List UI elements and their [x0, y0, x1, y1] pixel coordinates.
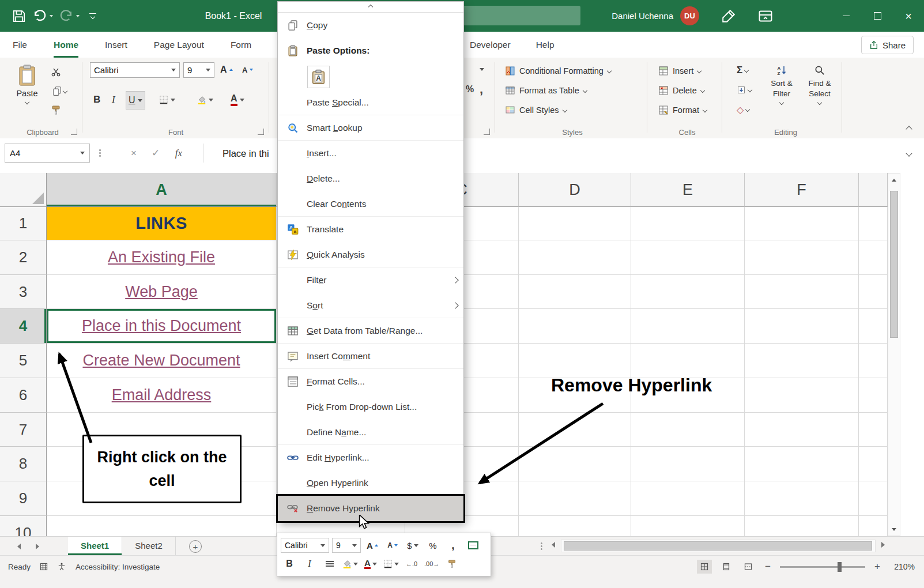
menu-item-filter[interactable]: Filter [278, 267, 463, 293]
page-layout-view-button[interactable] [719, 560, 734, 574]
row-header-8[interactable]: 8 [0, 447, 47, 481]
cell-E4[interactable] [631, 309, 745, 344]
scroll-up-button[interactable] [888, 174, 900, 186]
cell-D4[interactable] [519, 309, 631, 344]
formula-bar-splitter[interactable] [99, 149, 101, 158]
menu-item-open-hyperlink[interactable]: Open Hyperlink [278, 470, 463, 496]
zoom-slider[interactable] [780, 566, 865, 568]
cell-G7[interactable] [859, 413, 888, 447]
mini-fill-color-button[interactable] [341, 556, 359, 571]
cell-F7[interactable] [745, 413, 859, 447]
expand-formula-bar-button[interactable] [906, 150, 912, 156]
mini-center-align-button[interactable] [321, 556, 338, 571]
comma-style-button[interactable]: , [480, 82, 483, 97]
cell-A5[interactable]: Create New Document [47, 344, 277, 378]
cell-G6[interactable] [859, 378, 888, 413]
scroll-right-button[interactable] [881, 542, 885, 548]
normal-view-button[interactable] [697, 560, 712, 574]
mini-increase-font-button[interactable]: A [364, 538, 381, 553]
sheet-tab-sheet1[interactable]: Sheet1 [68, 537, 122, 555]
status-accessibility[interactable]: Accessibility: Investigate [76, 563, 160, 571]
cell-A2[interactable]: An Existing File [47, 240, 277, 275]
cell-F1[interactable] [745, 207, 859, 240]
conditional-formatting-button[interactable]: Conditional Formatting [505, 62, 611, 80]
insert-cells-button[interactable]: Insert [658, 62, 701, 80]
menu-item-quick-analysis[interactable]: Quick Analysis [278, 242, 463, 267]
next-sheet-button[interactable] [36, 544, 39, 549]
cell-E10[interactable] [631, 516, 745, 536]
cell-G2[interactable] [859, 240, 888, 275]
percent-style-button[interactable]: % [466, 84, 474, 95]
cell-D7[interactable] [519, 413, 631, 447]
menu-item-sort[interactable]: Sort [278, 293, 463, 318]
cell-D8[interactable] [519, 447, 631, 481]
cell-A6[interactable]: Email Address [47, 378, 277, 413]
formula-input[interactable]: Place in thi [222, 138, 269, 168]
cell-G1[interactable] [859, 207, 888, 240]
column-header-E[interactable]: E [631, 173, 745, 207]
cell-A4[interactable]: Place in this Document [47, 309, 277, 344]
find-select-button[interactable]: Find & Select [802, 61, 837, 126]
mini-accounting-format-button[interactable]: $ [404, 538, 421, 553]
collapse-ribbon-button[interactable] [906, 126, 912, 132]
cell-F5[interactable] [745, 344, 859, 378]
minimize-button[interactable] [831, 0, 862, 32]
redo-button[interactable] [59, 9, 74, 24]
mini-increase-decimal-button[interactable]: .00→ [423, 556, 440, 571]
number-format-dropdown-icon[interactable] [480, 68, 484, 71]
mini-format-painter-button[interactable] [443, 556, 461, 571]
cell-styles-button[interactable]: Cell Styles [505, 101, 567, 119]
paste-button[interactable]: Paste [10, 61, 44, 121]
sheet-tab-sheet2[interactable]: Sheet2 [122, 537, 176, 555]
cell-E7[interactable] [631, 413, 745, 447]
zoom-slider-thumb[interactable] [838, 562, 842, 572]
horizontal-scroll-thumb[interactable] [564, 541, 872, 551]
cell-G8[interactable] [859, 447, 888, 481]
cell-D1[interactable] [519, 207, 631, 240]
vertical-scrollbar[interactable] [888, 173, 900, 536]
cell-D5[interactable] [519, 344, 631, 378]
menu-item-get-data-from-table-range[interactable]: Get Data from Table/Range... [278, 318, 463, 344]
cell-A3[interactable]: Web Page [47, 275, 277, 309]
menu-item-insert[interactable]: Insert... [278, 141, 463, 166]
menu-item-copy[interactable]: Copy [278, 13, 463, 38]
insert-function-button[interactable]: fx [168, 144, 189, 163]
accessibility-icon[interactable] [57, 562, 66, 571]
format-painter-button[interactable] [48, 103, 63, 118]
cell-E8[interactable] [631, 447, 745, 481]
ribbon-display-options-icon[interactable] [757, 8, 774, 24]
maximize-button[interactable] [862, 0, 893, 32]
column-header-F[interactable]: F [745, 173, 859, 207]
cell-D3[interactable] [519, 275, 631, 309]
cell-F6[interactable] [745, 378, 859, 413]
mini-italic-button[interactable]: I [301, 556, 318, 571]
macro-record-icon[interactable] [40, 563, 48, 571]
tab-form[interactable]: Form [231, 32, 251, 58]
row-header-10[interactable]: 10 [0, 516, 47, 536]
horizontal-scroll-track[interactable] [561, 540, 876, 552]
cell-D10[interactable] [519, 516, 631, 536]
menu-item-format-cells[interactable]: Format Cells... [278, 369, 463, 394]
cell-E3[interactable] [631, 275, 745, 309]
clipboard-dialog-launcher[interactable] [71, 129, 77, 135]
page-break-view-button[interactable] [741, 560, 756, 574]
menu-item-smart-lookup[interactable]: Smart Lookup [278, 115, 463, 141]
menu-item-define-name[interactable]: Define Name... [278, 420, 463, 445]
clear-button[interactable]: ◇ [737, 101, 749, 118]
cell-G9[interactable] [859, 481, 888, 516]
mini-font-color-button[interactable]: A [362, 556, 379, 571]
column-header-D[interactable]: D [519, 173, 631, 207]
mini-decrease-font-button[interactable]: A [384, 538, 401, 553]
row-header-4[interactable]: 4 [0, 309, 47, 344]
mini-percent-button[interactable]: % [424, 538, 442, 553]
mini-bold-button[interactable]: B [281, 556, 298, 571]
row-header-3[interactable]: 3 [0, 275, 47, 309]
mini-merge-center-button[interactable] [465, 538, 482, 553]
cell-F2[interactable] [745, 240, 859, 275]
cell-F9[interactable] [745, 481, 859, 516]
row-header-9[interactable]: 9 [0, 481, 47, 516]
number-dialog-launcher[interactable] [484, 129, 490, 135]
row-header-1[interactable]: 1 [0, 207, 47, 240]
vertical-scroll-thumb[interactable] [890, 191, 898, 338]
mini-comma-button[interactable]: , [444, 538, 462, 553]
